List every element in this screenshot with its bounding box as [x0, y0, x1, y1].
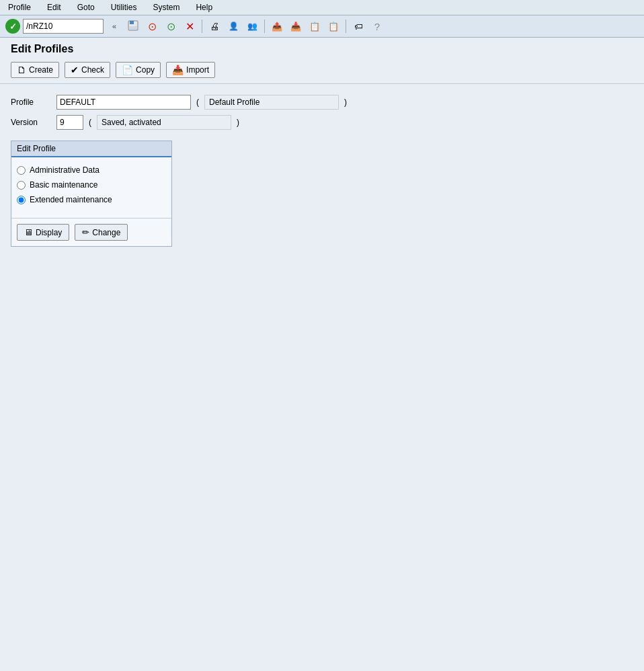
back-btn[interactable]: ⊙ [144, 18, 160, 34]
radio-admin-label[interactable]: Administrative Data [30, 165, 99, 175]
change-label: Change [92, 228, 120, 237]
stop-icon: ✕ [186, 20, 194, 33]
bookmark-btn[interactable]: 🏷 [350, 18, 366, 34]
copy-toolbar-btn[interactable]: 📋 [307, 18, 323, 34]
help-btn[interactable]: ? [369, 18, 385, 34]
bookmark-icon: 🏷 [354, 22, 363, 32]
profile-description: Default Profile [204, 95, 339, 110]
find-icon: 👤 [229, 22, 239, 31]
nav-first-icon: « [112, 22, 116, 30]
help-icon: ? [374, 21, 380, 32]
profile-right-paren: ) [344, 97, 347, 107]
edit-profile-content: Administrative Data Basic maintenance Ex… [11, 157, 171, 218]
profile-row: Profile ( Default Profile ) [11, 95, 633, 110]
print-icon: 🖨 [210, 21, 219, 32]
forward-btn[interactable]: ⊙ [163, 18, 179, 34]
version-row: Version ( Saved, activated ) [11, 115, 633, 130]
edit-profile-box: Edit Profile Administrative Data Basic m… [11, 141, 172, 247]
confirm-icon[interactable]: ✓ [5, 19, 20, 34]
print-btn[interactable]: 🖨 [206, 18, 223, 34]
action-bar: 🗋 Create ✔ Check 📄 Copy 📥 Import [0, 59, 644, 84]
download-icon: 📥 [290, 22, 301, 32]
page-title: Edit Profiles [0, 38, 644, 59]
profile-label: Profile [11, 97, 51, 107]
find-next-icon: 👥 [247, 22, 257, 31]
radio-admin-row: Administrative Data [17, 165, 166, 175]
upload-icon: 📤 [272, 22, 282, 32]
menu-profile[interactable]: Profile [5, 1, 34, 13]
create-icon: 🗋 [17, 65, 26, 75]
version-left-paren: ( [89, 118, 91, 127]
profile-input[interactable] [56, 95, 191, 110]
separator-1 [202, 19, 202, 33]
separator-3 [346, 19, 346, 33]
radio-basic-row: Basic maintenance [17, 180, 166, 190]
radio-admin[interactable] [17, 166, 26, 175]
version-label: Version [11, 118, 51, 127]
paste-icon: 📋 [328, 22, 339, 32]
radio-extended-row: Extended maintenance [17, 195, 166, 204]
menu-system[interactable]: System [150, 1, 182, 13]
menu-help[interactable]: Help [193, 1, 215, 13]
forward-icon: ⊙ [167, 20, 175, 33]
copy-label: Copy [136, 65, 155, 75]
main-content: Profile ( Default Profile ) Version ( Sa… [0, 84, 644, 258]
menu-goto[interactable]: Goto [75, 1, 97, 13]
radio-basic[interactable] [17, 181, 26, 190]
command-input[interactable] [23, 19, 104, 34]
menu-edit[interactable]: Edit [44, 1, 64, 13]
svg-rect-1 [130, 21, 134, 24]
copy-icon: 📄 [122, 65, 133, 75]
change-button[interactable]: ✏ Change [75, 224, 128, 241]
find-btn[interactable]: 👤 [225, 18, 241, 34]
save-btn[interactable] [125, 18, 141, 34]
display-label: Display [36, 228, 62, 237]
import-label: Import [186, 65, 209, 75]
create-label: Create [29, 65, 53, 75]
save-icon [127, 19, 139, 34]
version-input[interactable] [56, 115, 83, 130]
edit-profile-buttons: 🖥 Display ✏ Change [11, 218, 171, 246]
copy-toolbar-icon: 📋 [309, 22, 320, 32]
import-button[interactable]: 📥 Import [166, 62, 215, 78]
back-icon: ⊙ [148, 20, 157, 33]
nav-first-btn[interactable]: « [106, 18, 122, 34]
radio-basic-label[interactable]: Basic maintenance [30, 180, 97, 190]
copy-button[interactable]: 📄 Copy [116, 62, 161, 78]
upload-btn[interactable]: 📤 [269, 18, 285, 34]
check-icon: ✔ [71, 65, 79, 75]
menubar: Profile Edit Goto Utilities System Help [0, 0, 644, 15]
separator-2 [264, 19, 265, 33]
display-button[interactable]: 🖥 Display [17, 224, 69, 241]
create-button[interactable]: 🗋 Create [11, 62, 59, 78]
stop-btn[interactable]: ✕ [182, 18, 198, 34]
edit-profile-title: Edit Profile [11, 141, 171, 157]
import-icon: 📥 [172, 65, 184, 75]
menu-utilities[interactable]: Utilities [108, 1, 140, 13]
radio-extended-label[interactable]: Extended maintenance [30, 195, 112, 204]
check-label: Check [81, 65, 104, 75]
find-next-btn[interactable]: 👥 [244, 18, 260, 34]
version-description: Saved, activated [97, 115, 231, 130]
change-icon: ✏ [82, 227, 89, 237]
version-right-paren: ) [237, 118, 239, 127]
download-btn[interactable]: 📥 [288, 18, 304, 34]
profile-left-paren: ( [196, 97, 199, 107]
display-icon: 🖥 [24, 227, 33, 237]
svg-rect-2 [129, 26, 137, 30]
radio-extended[interactable] [17, 196, 26, 204]
toolbar: ✓ « ⊙ ⊙ ✕ 🖨 👤 👥 [0, 15, 644, 38]
check-button[interactable]: ✔ Check [65, 62, 110, 78]
paste-btn[interactable]: 📋 [325, 18, 341, 34]
